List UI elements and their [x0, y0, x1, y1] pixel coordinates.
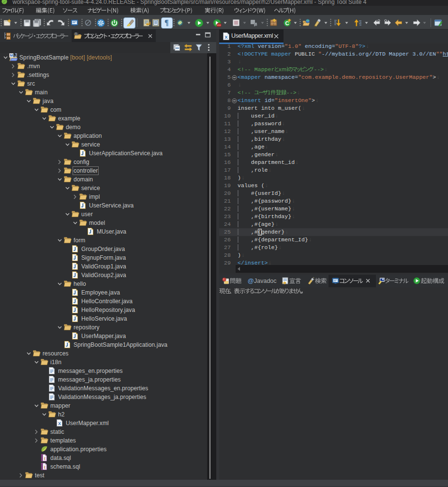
svg-text:C: C — [285, 20, 289, 26]
svg-text:M: M — [10, 53, 13, 58]
svg-text:J: J — [15, 53, 17, 58]
svg-text:X: X — [58, 421, 61, 426]
svg-text:X: X — [224, 34, 228, 40]
svg-text:{: { — [44, 457, 45, 461]
svg-text:{: { — [44, 465, 45, 470]
